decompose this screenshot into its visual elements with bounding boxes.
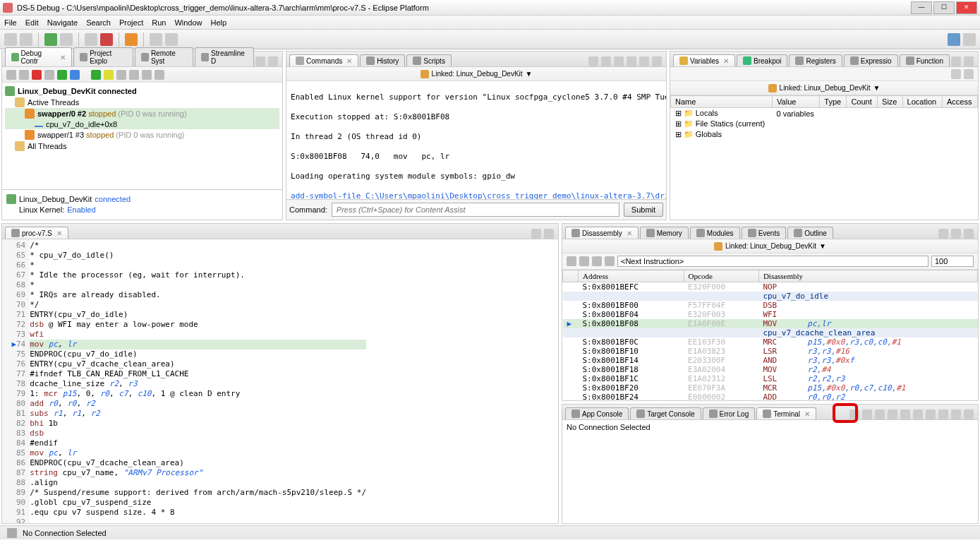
active-threads[interactable]: Active Threads	[28, 98, 79, 107]
tab-commands[interactable]: Commands✕	[289, 54, 358, 66]
close-term-icon[interactable]	[938, 409, 948, 419]
thread-row[interactable]: swapper/1 #3 stopped (PID 0 was running)	[37, 131, 185, 139]
new-icon[interactable]	[4, 33, 17, 46]
link-icon[interactable]	[19, 70, 29, 80]
view-menu-icon[interactable]	[926, 409, 936, 419]
reconnect-icon[interactable]	[57, 70, 67, 80]
size-input[interactable]	[931, 256, 974, 267]
menu-navigate[interactable]: Navigate	[47, 18, 78, 27]
minimize-icon[interactable]	[255, 56, 265, 66]
menu-project[interactable]: Project	[119, 18, 143, 27]
deploy-icon[interactable]	[85, 33, 97, 46]
close-icon[interactable]: ✕	[804, 410, 810, 418]
save-icon[interactable]	[588, 56, 598, 66]
nav2-icon[interactable]	[165, 33, 178, 46]
table-row[interactable]: ⊞ 📁 Globals	[671, 129, 978, 140]
min-icon[interactable]	[531, 229, 541, 239]
back-icon[interactable]	[579, 256, 589, 266]
close-icon[interactable]: ✕	[346, 57, 352, 65]
close-icon[interactable]: ✕	[723, 57, 729, 65]
tab-outline[interactable]: Outline	[787, 227, 833, 239]
menu-help[interactable]: Help	[211, 18, 227, 27]
export-icon[interactable]	[601, 56, 611, 66]
stack-frame[interactable]: cpu_v7_do_idle+0x8	[46, 120, 117, 128]
min-icon[interactable]	[951, 56, 961, 66]
menu-run[interactable]: Run	[152, 18, 166, 27]
build-icon[interactable]	[60, 33, 73, 46]
tab-breakpoints[interactable]: Breakpoi	[737, 54, 787, 66]
menu-icon[interactable]	[964, 69, 974, 79]
close-icon[interactable]: ✕	[60, 54, 66, 61]
tab-project-explorer[interactable]: Project Explo	[73, 47, 133, 66]
tab-scripts[interactable]: Scripts	[406, 54, 452, 66]
tab-history[interactable]: History	[360, 54, 405, 66]
tab-variables[interactable]: Variables✕	[673, 54, 735, 66]
disconnect-icon[interactable]	[862, 409, 872, 419]
linked-debug[interactable]: Linked: Linux_Debug_DevKit	[725, 242, 816, 250]
tab-disassembly[interactable]: Disassembly✕	[565, 227, 639, 239]
terminal-body[interactable]: No Connection Selected	[562, 420, 978, 523]
min-icon[interactable]	[951, 229, 961, 239]
command-output[interactable]: Enabled Linux kernel support for version…	[286, 81, 666, 199]
tab-error-log[interactable]: Error Log	[703, 407, 756, 419]
max-icon[interactable]	[964, 409, 974, 419]
close-icon[interactable]: ✕	[627, 229, 632, 237]
minimize-button[interactable]: —	[911, 1, 932, 14]
perspective-icon[interactable]	[948, 33, 960, 46]
collapse-icon[interactable]	[6, 70, 16, 80]
address-input[interactable]	[617, 256, 928, 267]
max-icon[interactable]	[652, 56, 662, 66]
max-icon[interactable]	[964, 229, 974, 239]
command-input[interactable]	[332, 203, 619, 217]
save-icon[interactable]	[20, 33, 32, 46]
linked-debug[interactable]: Linked: Linux_Debug_DevKit	[432, 70, 523, 78]
clear-icon[interactable]	[614, 56, 624, 66]
step-instr-icon[interactable]	[155, 70, 164, 80]
all-threads[interactable]: All Threads	[28, 142, 66, 150]
submit-button[interactable]: Submit	[624, 203, 663, 217]
connected-link[interactable]: connected	[95, 195, 131, 203]
tab-events[interactable]: Events	[742, 227, 787, 239]
nav-icon[interactable]	[150, 33, 162, 46]
max-icon[interactable]	[964, 56, 974, 66]
close-icon[interactable]: ✕	[56, 229, 62, 237]
toggle-icon[interactable]	[888, 409, 897, 419]
linked-debug[interactable]: Linked: Linux_Debug_DevKit	[780, 84, 871, 92]
menu-window[interactable]: Window	[174, 18, 202, 27]
restart-icon[interactable]	[70, 70, 80, 80]
maximize-icon[interactable]	[268, 56, 278, 66]
kernel-enabled-link[interactable]: Enabled	[67, 205, 95, 214]
highlight-icon[interactable]	[938, 229, 948, 239]
max-icon[interactable]	[544, 229, 554, 239]
resume-icon[interactable]	[91, 70, 101, 80]
step-into-icon[interactable]	[116, 70, 126, 80]
tab-function[interactable]: Function	[900, 54, 950, 66]
table-row[interactable]: ⊞ 📁 Locals0 variables	[671, 108, 978, 119]
min-icon[interactable]	[639, 56, 649, 66]
tab-registers[interactable]: Registers	[789, 54, 842, 66]
search-icon[interactable]	[951, 69, 961, 79]
menu-file[interactable]: File	[4, 18, 17, 27]
maximize-button[interactable]: ☐	[933, 1, 955, 14]
tab-app-console[interactable]: App Console	[565, 407, 629, 419]
forward-icon[interactable]	[592, 256, 602, 266]
tab-expressions[interactable]: Expressio	[844, 54, 898, 66]
tab-terminal[interactable]: Terminal✕	[756, 407, 816, 419]
menu-search[interactable]: Search	[86, 18, 111, 27]
close-button[interactable]: ✕	[956, 1, 977, 14]
code-editor[interactable]: 64656667686970717273▶7475767778798081828…	[2, 239, 558, 523]
menu-edit[interactable]: Edit	[25, 18, 39, 27]
tab-remote-systems[interactable]: Remote Syst	[135, 47, 193, 66]
pin-icon[interactable]	[913, 409, 923, 419]
step-out-icon[interactable]	[142, 70, 152, 80]
settings-icon[interactable]	[875, 409, 885, 419]
delete-icon[interactable]	[32, 70, 42, 80]
stop-icon[interactable]	[100, 33, 113, 46]
tab-memory[interactable]: Memory	[640, 227, 689, 239]
tab-debug-control[interactable]: Debug Contr✕	[5, 47, 72, 66]
goto-icon[interactable]	[605, 256, 615, 266]
tab-streamline[interactable]: Streamline D	[195, 47, 254, 66]
rss-icon[interactable]	[125, 33, 138, 46]
debug-icon[interactable]	[44, 33, 57, 46]
thread-row[interactable]: swapper/0 #2 stopped (PID 0 was running)	[37, 109, 187, 118]
